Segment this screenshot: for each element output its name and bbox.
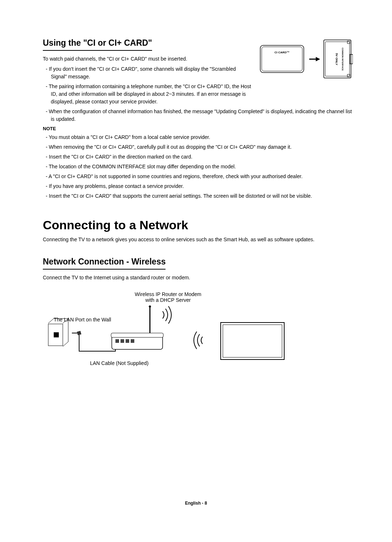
note-heading: NOTE	[43, 126, 353, 131]
ci-card-diagram: CI CARD™ 5V ONLY COMMON INTERFACE	[258, 38, 353, 108]
svg-marker-3	[316, 57, 320, 61]
note-bullet: Insert the "CI or CI+ CARD" that support…	[43, 192, 353, 200]
ci-card-label: CI CARD™	[274, 51, 289, 54]
svg-rect-18	[111, 333, 163, 337]
note-bullet: When removing the "CI or CI+ CARD", care…	[43, 143, 353, 151]
note-bullets: You must obtain a "CI or CI+ CARD" from …	[43, 134, 353, 200]
svg-rect-21	[126, 339, 129, 343]
wireless-diagram-area: Wireless IP Router or Modem with a DHCP …	[43, 291, 353, 382]
svg-rect-19	[115, 339, 119, 343]
ci-card-text-column: Using the "CI or CI+ CARD" To watch paid…	[43, 38, 251, 108]
svg-line-13	[48, 319, 54, 323]
section-title-ci: Using the "CI or CI+ CARD"	[43, 38, 152, 51]
ci-bullet: If you don't insert the "CI or CI+ CARD"…	[43, 65, 251, 81]
note-bullet: The location of the COMMON INTERFACE slo…	[43, 163, 353, 171]
svg-rect-15	[54, 332, 59, 337]
ci-card-section: Using the "CI or CI+ CARD" To watch paid…	[43, 38, 353, 108]
svg-rect-0	[260, 45, 304, 73]
ci-below-bullets: When the configuration of channel inform…	[43, 108, 353, 123]
svg-rect-16	[77, 331, 81, 335]
svg-rect-6	[350, 54, 353, 64]
ci-bullet: When the configuration of channel inform…	[43, 108, 353, 123]
svg-rect-22	[131, 339, 134, 343]
note-bullet: You must obtain a "CI or CI+ CARD" from …	[43, 134, 353, 141]
slot-ci-label: COMMON INTERFACE	[342, 48, 344, 71]
note-bullet: If you have any problems, please contact…	[43, 182, 353, 190]
ci-intro: To watch paid channels, the "CI or CI+ C…	[43, 56, 251, 62]
wireless-diagram-svg	[43, 299, 290, 371]
section-title-wireless: Network Connection - Wireless	[43, 257, 166, 270]
page-footer: English - 8	[0, 501, 392, 506]
svg-rect-26	[223, 325, 282, 357]
svg-line-11	[63, 342, 68, 346]
note-bullet: A "CI or CI+ CARD" is not supported in s…	[43, 173, 353, 180]
svg-line-10	[63, 319, 68, 323]
svg-point-24	[149, 305, 151, 308]
note-bullet: Insert the "CI or CI+ CARD" in the direc…	[43, 153, 353, 161]
ci-card-diagram-svg: CI CARD™ 5V ONLY COMMON INTERFACE	[258, 38, 353, 80]
slot-5v-label: 5V ONLY	[335, 53, 338, 65]
wireless-intro: Connect the TV to the Internet using a s…	[43, 275, 353, 280]
svg-rect-20	[121, 339, 124, 343]
ci-top-bullets: If you don't insert the "CI or CI+ CARD"…	[43, 65, 251, 106]
main-heading-network: Connecting to a Network	[43, 218, 353, 232]
network-intro: Connecting the TV to a network gives you…	[43, 237, 353, 242]
ci-bullet: The pairing information containing a tel…	[43, 83, 251, 106]
